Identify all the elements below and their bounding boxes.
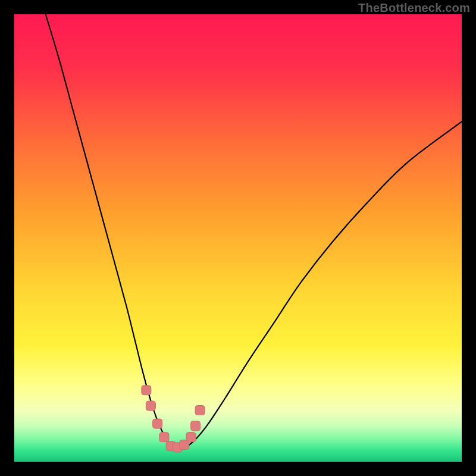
watermark-text: TheBottleneck.com xyxy=(358,1,470,15)
svg-rect-0 xyxy=(14,14,462,462)
plot-area xyxy=(14,14,462,462)
chart-frame: TheBottleneck.com xyxy=(0,0,476,476)
heat-gradient-background xyxy=(14,14,462,462)
